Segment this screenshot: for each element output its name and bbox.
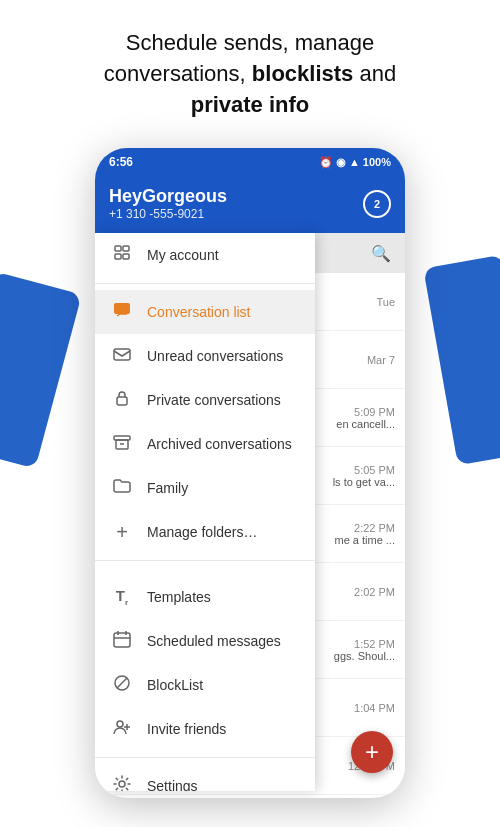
drawer-item-archived[interactable]: Archived conversations bbox=[95, 422, 315, 466]
conv-time-5: 2:22 PM bbox=[334, 522, 395, 534]
blue-decoration-left bbox=[0, 271, 82, 468]
fab-icon: + bbox=[365, 738, 379, 766]
drawer-item-conversation-list[interactable]: Conversation list bbox=[95, 290, 315, 334]
drawer-item-blocklist[interactable]: BlockList bbox=[95, 663, 315, 707]
scheduled-label: Scheduled messages bbox=[147, 633, 281, 649]
marketing-line1: Schedule sends, manage bbox=[126, 30, 374, 55]
phone-shell: 6:56 ⏰ ◉ ▲ 100% HeyGorgeous +1 310 -555-… bbox=[95, 148, 405, 798]
battery-icon: 100% bbox=[363, 156, 391, 168]
drawer-item-manage-folders[interactable]: + Manage folders… bbox=[95, 510, 315, 554]
content-area: 🔍 Tue Mar 7 5:09 PM en cancell... bbox=[95, 233, 405, 791]
svg-rect-5 bbox=[114, 349, 130, 360]
vpn-icon: ◉ bbox=[336, 156, 346, 169]
conv-preview-4: ls to get va... bbox=[333, 476, 395, 488]
invite-label: Invite friends bbox=[147, 721, 226, 737]
drawer-item-invite[interactable]: Invite friends bbox=[95, 707, 315, 751]
plus-icon: + bbox=[111, 521, 133, 544]
unread-label: Unread conversations bbox=[147, 348, 283, 364]
conversation-list-icon bbox=[111, 301, 133, 323]
svg-rect-3 bbox=[123, 254, 129, 259]
drawer-item-family[interactable]: Family bbox=[95, 466, 315, 510]
conv-time-7: 1:52 PM bbox=[334, 638, 395, 650]
marketing-text: Schedule sends, manage conversations, bl… bbox=[0, 0, 500, 140]
status-bar: 6:56 ⏰ ◉ ▲ 100% bbox=[95, 148, 405, 176]
conv-time-4: 5:05 PM bbox=[333, 464, 395, 476]
settings-label: Settings bbox=[147, 778, 198, 791]
private-label: Private conversations bbox=[147, 392, 281, 408]
conv-time-2: Mar 7 bbox=[367, 354, 395, 366]
divider-3 bbox=[95, 757, 315, 758]
svg-rect-9 bbox=[114, 633, 130, 647]
badge-count: 2 bbox=[374, 198, 380, 210]
svg-point-12 bbox=[119, 781, 125, 787]
marketing-bold: blocklists bbox=[252, 61, 353, 86]
notification-badge[interactable]: 2 bbox=[363, 190, 391, 218]
blue-decoration-right bbox=[423, 255, 500, 466]
marketing-line3: and bbox=[359, 61, 396, 86]
conv-time-3: 5:09 PM bbox=[336, 406, 395, 418]
invite-icon bbox=[111, 718, 133, 740]
svg-point-11 bbox=[117, 721, 123, 727]
drawer-item-scheduled[interactable]: Scheduled messages bbox=[95, 619, 315, 663]
archive-icon bbox=[111, 433, 133, 455]
drawer-item-templates[interactable]: Tr Templates bbox=[95, 575, 315, 619]
conversation-list-label: Conversation list bbox=[147, 304, 251, 320]
drawer-item-private[interactable]: Private conversations bbox=[95, 378, 315, 422]
divider-2 bbox=[95, 560, 315, 561]
archived-label: Archived conversations bbox=[147, 436, 292, 452]
svg-rect-1 bbox=[123, 246, 129, 251]
templates-icon: Tr bbox=[111, 587, 133, 607]
app-header: HeyGorgeous +1 310 -555-9021 2 bbox=[95, 176, 405, 233]
scheduled-icon bbox=[111, 630, 133, 652]
manage-folders-label: Manage folders… bbox=[147, 524, 258, 540]
app-header-info: HeyGorgeous +1 310 -555-9021 bbox=[109, 186, 227, 221]
fab-compose[interactable]: + bbox=[351, 731, 393, 773]
search-icon[interactable]: 🔍 bbox=[371, 244, 391, 263]
settings-icon bbox=[111, 775, 133, 791]
block-icon bbox=[111, 674, 133, 696]
templates-label: Templates bbox=[147, 589, 211, 605]
conv-preview-7: ggs. Shoul... bbox=[334, 650, 395, 662]
alarm-icon: ⏰ bbox=[319, 156, 333, 169]
conv-preview-3: en cancell... bbox=[336, 418, 395, 430]
marketing-line4: private info bbox=[191, 92, 310, 117]
svg-rect-4 bbox=[114, 303, 130, 314]
my-account-label: My account bbox=[147, 247, 219, 263]
conv-time-1: Tue bbox=[376, 296, 395, 308]
status-icons: ⏰ ◉ ▲ 100% bbox=[319, 156, 391, 169]
svg-rect-6 bbox=[117, 397, 127, 405]
drawer-item-unread[interactable]: Unread conversations bbox=[95, 334, 315, 378]
drawer-item-my-account[interactable]: My account bbox=[95, 233, 315, 277]
wifi-icon: ▲ bbox=[349, 156, 360, 168]
status-time: 6:56 bbox=[109, 155, 133, 169]
family-label: Family bbox=[147, 480, 188, 496]
unread-icon bbox=[111, 345, 133, 367]
app-name: HeyGorgeous bbox=[109, 186, 227, 207]
drawer-item-settings[interactable]: Settings bbox=[95, 764, 315, 791]
svg-rect-2 bbox=[115, 254, 121, 259]
section-space-1 bbox=[95, 567, 315, 575]
divider-1 bbox=[95, 283, 315, 284]
conv-time-8: 1:04 PM bbox=[354, 702, 395, 714]
navigation-drawer: My account Conversation list bbox=[95, 233, 315, 791]
conv-preview-5: me a time ... bbox=[334, 534, 395, 546]
blocklist-label: BlockList bbox=[147, 677, 203, 693]
app-number: +1 310 -555-9021 bbox=[109, 207, 227, 221]
account-icon bbox=[111, 244, 133, 266]
folder-icon bbox=[111, 477, 133, 499]
marketing-line2: conversations, bbox=[104, 61, 246, 86]
lock-icon bbox=[111, 389, 133, 411]
svg-rect-0 bbox=[115, 246, 121, 251]
conv-time-6: 2:02 PM bbox=[354, 586, 395, 598]
